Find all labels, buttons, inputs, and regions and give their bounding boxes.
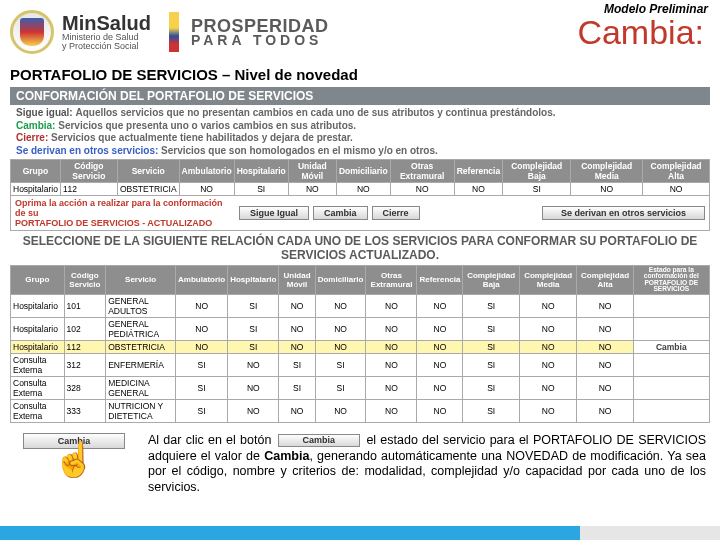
table-row: Hospitalario101GENERAL ADULTOSNOSINONONO… [11,294,710,317]
cambia-button[interactable]: Cambia [313,206,368,220]
t1-cell: NO [454,183,502,196]
legend-cambia-label: Cambia: [16,120,55,131]
t2-cell: 333 [64,399,106,422]
t1-cell: NO [336,183,390,196]
t2-header: Complejidad Alta [577,265,633,294]
t2-cell: NO [577,399,633,422]
table-row: Consulta Externa333NUTRICION Y DIETETICA… [11,399,710,422]
t2-header: Grupo [11,265,65,294]
t2-cell [633,399,709,422]
t2-estado-header: Estado para la conformación del PORTAFOL… [633,265,709,294]
t2-cell: SI [228,294,279,317]
t1-header: Grupo [11,160,61,183]
t2-cell: Consulta Externa [11,353,65,376]
t2-cell: SI [279,376,315,399]
table-service-row: GrupoCódigo ServicioServicioAmbulatorioH… [10,159,710,196]
legend-cierre-label: Cierre: [16,132,48,143]
t2-cell: NO [176,294,228,317]
explain-bold: Cambia [264,449,309,463]
t2-cell: SI [463,317,520,340]
t2-cell: NO [417,294,463,317]
t1-cell: NO [288,183,336,196]
t2-cell: NO [228,399,279,422]
legend-cierre-text: Servicios que actualmente tiene habilita… [51,132,353,143]
t2-header: Complejidad Media [519,265,577,294]
t2-cell: NO [315,317,366,340]
t2-cell: SI [279,353,315,376]
t2-cell: Hospitalario [11,294,65,317]
t2-cell: NO [519,340,577,353]
t2-cell: SI [228,340,279,353]
t2-header: Domiciliario [315,265,366,294]
prosperidad-logo: PROSPERIDAD PARA TODOS [191,18,329,47]
t2-header: Unidad Móvil [279,265,315,294]
t2-cell: SI [463,340,520,353]
t1-header: Código Servicio [60,160,117,183]
legend-block: Sigue igual: Aquellos servicios que no p… [10,105,710,159]
t2-header: Complejidad Baja [463,265,520,294]
legend-cambia-text: Servicios que presenta uno o varios camb… [58,120,356,131]
t2-cell [633,294,709,317]
t2-cell [633,376,709,399]
t2-cell: SI [463,353,520,376]
t2-cell: SI [176,399,228,422]
table-row: Hospitalario112OBSTETRICIANOSINONONONOSI… [11,340,710,353]
t1-cell: 112 [60,183,117,196]
t2-cell: NO [417,317,463,340]
t2-cell: NO [228,353,279,376]
t2-cell: SI [176,376,228,399]
t2-cell: NO [315,294,366,317]
t2-cell: 101 [64,294,106,317]
t2-cell: NO [417,340,463,353]
section-band: CONFORMACIÓN DEL PORTAFOLIO DE SERVICIOS [10,87,710,105]
oprima-l1: Oprima la acción a realizar para la conf… [15,198,235,218]
t1-cell: Hospitalario [11,183,61,196]
colombia-shield-icon [10,10,54,54]
t2-cell: SI [463,399,520,422]
prosperidad-l2: PARA TODOS [191,34,329,47]
t2-cell: ENFERMERÍA [106,353,176,376]
t1-cell: NO [643,183,710,196]
t2-cell: NO [577,340,633,353]
t2-cell: SI [228,317,279,340]
table-row: Hospitalario102GENERAL PEDIÁTRICANOSINON… [11,317,710,340]
explain-pre: Al dar clic en el botón [148,433,271,447]
t2-cell: NO [366,317,417,340]
t1-header: Servicio [117,160,179,183]
oprima-l2: PORTAFOLIO DE SERVICIOS - ACTUALIZADO [15,218,235,228]
t1-header: Otras Extramural [390,160,454,183]
t2-cell: NO [519,399,577,422]
t2-cell: NO [315,340,366,353]
t1-header: Complejidad Media [571,160,643,183]
t1-header: Ambulatorio [179,160,234,183]
t2-cell: Cambia [633,340,709,353]
t2-cell: SI [463,376,520,399]
explanation-text: Al dar clic en el botón Cambia el estado… [148,433,706,496]
minsalud-logo: MinSalud Ministerio de Salud y Protecció… [62,13,151,51]
derivan-button[interactable]: Se derivan en otros servicios [542,206,705,220]
t2-cell: SI [315,376,366,399]
t2-cell: GENERAL PEDIÁTRICA [106,317,176,340]
t2-cell [633,353,709,376]
t2-header: Servicio [106,265,176,294]
t2-cell: OBSTETRICIA [106,340,176,353]
t2-header: Referencia [417,265,463,294]
t2-cell: SI [315,353,366,376]
t2-cell: NO [417,399,463,422]
legend-derivan-label: Se derivan en otros servicios: [16,145,158,156]
t2-cell: NO [366,294,417,317]
t2-cell: NO [176,340,228,353]
t2-cell: NO [279,317,315,340]
cierre-button[interactable]: Cierre [372,206,420,220]
t2-cell: 102 [64,317,106,340]
table-row: Consulta Externa328MEDICINA GENERALSINOS… [11,376,710,399]
sigue-igual-button[interactable]: Sigue Igual [239,206,309,220]
t1-header: Domiciliario [336,160,390,183]
t1-cell: NO [390,183,454,196]
table-row: Consulta Externa312ENFERMERÍASINOSISINON… [11,353,710,376]
legend-derivan-text: Servicios que son homologados en el mism… [161,145,438,156]
t2-cell: NO [176,317,228,340]
t2-cell: NO [577,353,633,376]
t2-cell: NO [228,376,279,399]
t2-cell: 312 [64,353,106,376]
